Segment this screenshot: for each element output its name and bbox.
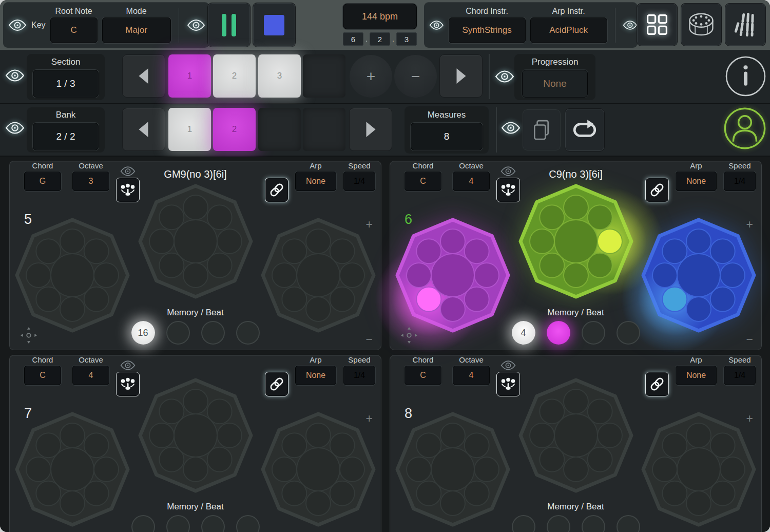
key-visibility-eye-icon[interactable] — [8, 20, 27, 31]
memory-beat-label: Memory / Beat — [167, 502, 224, 512]
strum-button[interactable] — [116, 178, 140, 202]
progression-select[interactable]: None — [522, 70, 588, 98]
memory-beat-circle[interactable]: 16 — [131, 321, 155, 345]
chord-select[interactable]: C — [405, 366, 441, 385]
root-note-select[interactable]: C — [50, 17, 98, 43]
link-button[interactable] — [265, 372, 288, 396]
transport-visibility-eye-icon[interactable] — [187, 20, 205, 31]
section-next-button[interactable] — [439, 54, 483, 98]
chord-instr-visibility-eye-icon[interactable] — [429, 20, 444, 31]
chord-label: Chord — [32, 355, 53, 364]
arp-select[interactable]: None — [295, 172, 336, 191]
memory-beat-circle[interactable] — [166, 515, 190, 532]
bank-prev-button[interactable] — [122, 108, 165, 151]
memory-beat-circle[interactable] — [617, 321, 640, 345]
memory-beat-circle[interactable] — [236, 321, 260, 345]
speed-select[interactable]: 1/4 — [343, 172, 375, 191]
section-pad-3[interactable]: 3 — [258, 54, 301, 98]
bank-pad-1[interactable]: 1 — [168, 108, 211, 151]
chord-select[interactable]: C — [24, 366, 61, 385]
strum-visibility-eye-icon[interactable] — [120, 360, 136, 370]
strum-button[interactable] — [116, 372, 140, 396]
arp-select[interactable]: None — [676, 366, 717, 385]
link-button[interactable] — [645, 372, 669, 396]
speed-select[interactable]: 1/4 — [724, 366, 756, 385]
memory-beat-circle[interactable] — [582, 321, 605, 345]
memory-beat-circle[interactable] — [236, 515, 260, 532]
arp-instrument-select[interactable]: AcidPluck — [530, 17, 607, 43]
memory-beat-circles — [131, 515, 260, 532]
root-note-control: Root Note C — [50, 7, 98, 43]
strum-visibility-eye-icon[interactable] — [500, 360, 516, 370]
copy-button[interactable] — [523, 109, 561, 150]
bank-visibility-eye-icon[interactable] — [5, 122, 25, 134]
memory-beat-circle[interactable] — [617, 515, 640, 532]
sticks-view-button[interactable] — [725, 3, 766, 46]
section-pad-1[interactable]: 1 — [168, 54, 211, 98]
bank-value[interactable]: 2 / 2 — [33, 123, 99, 150]
section-prev-button[interactable] — [122, 54, 165, 98]
section-add-button[interactable]: + — [350, 55, 392, 98]
bpm-display[interactable]: 144 bpm — [343, 4, 417, 29]
strum-button[interactable] — [496, 372, 520, 396]
expand-plus[interactable]: + — [746, 218, 753, 232]
expand-plus[interactable]: + — [366, 412, 373, 426]
memory-beat-circles: 16 — [131, 321, 260, 345]
pause-icon — [219, 13, 239, 37]
strum-button[interactable] — [496, 178, 520, 202]
pause-button[interactable] — [207, 3, 251, 47]
link-button[interactable] — [265, 178, 288, 202]
expand-plus[interactable]: + — [366, 218, 373, 232]
grid-view-button[interactable] — [637, 3, 678, 46]
memory-beat-circle[interactable] — [547, 321, 570, 345]
arp-label: Arp — [310, 161, 321, 170]
memory-beat-block: Memory / Beat 16 — [10, 308, 381, 345]
section-pad-2[interactable]: 2 — [213, 54, 256, 98]
measures-value[interactable]: 8 — [411, 123, 483, 150]
speed-select[interactable]: 1/4 — [724, 172, 756, 191]
memory-beat-circle[interactable] — [512, 515, 535, 532]
memory-beat-circle[interactable] — [547, 515, 570, 532]
bank-tools-visibility-eye-icon[interactable] — [501, 122, 521, 134]
memory-beat-circle[interactable] — [166, 321, 190, 345]
bank-counter: Bank 2 / 2 — [27, 107, 105, 153]
stop-button[interactable] — [253, 3, 296, 47]
memory-beat-circle[interactable] — [582, 515, 605, 532]
account-button[interactable] — [723, 105, 767, 153]
handpan-view-button[interactable] — [681, 3, 722, 46]
progression-control: Progression None — [514, 54, 595, 100]
info-button[interactable] — [725, 55, 766, 97]
octave-select[interactable]: 4 — [453, 366, 490, 385]
memory-beat-circle[interactable] — [201, 515, 225, 532]
views-visibility-eye-icon[interactable] — [623, 20, 638, 31]
expand-plus[interactable]: + — [746, 412, 753, 426]
speed-select[interactable]: 1/4 — [343, 366, 375, 385]
section-remove-button[interactable]: − — [394, 55, 437, 98]
bank-pad-3[interactable] — [258, 108, 301, 151]
mode-select[interactable]: Major — [102, 17, 171, 43]
measures-label: Measures — [428, 110, 466, 120]
link-icon — [268, 182, 285, 198]
bank-next-button[interactable] — [349, 108, 392, 151]
memory-beat-circle[interactable]: 4 — [512, 321, 535, 345]
link-button[interactable] — [645, 178, 669, 202]
arp-label: Arp — [310, 355, 321, 364]
section-pad-4[interactable] — [303, 54, 345, 98]
memory-beat-circle[interactable] — [201, 321, 225, 345]
section-visibility-eye-icon[interactable] — [5, 69, 25, 82]
loop-button[interactable] — [565, 108, 605, 151]
progression-visibility-eye-icon[interactable] — [495, 70, 514, 83]
chord-instrument-select[interactable]: SynthStrings — [449, 17, 526, 43]
memory-beat-circle[interactable] — [131, 515, 155, 532]
chord-slot-panel-7: Chord C Octave 4 Arp None — [9, 355, 381, 532]
link-icon — [649, 376, 665, 392]
app-window: Key Root Note C Mode Major 144 bpm 6 . 2 — [0, 0, 770, 532]
bank-pad-4[interactable] — [303, 108, 345, 151]
octave-select[interactable]: 4 — [72, 366, 109, 385]
arp-select[interactable]: None — [676, 172, 717, 191]
section-value[interactable]: 1 / 3 — [33, 70, 99, 98]
arp-select[interactable]: None — [295, 366, 336, 385]
root-note-label: Root Note — [55, 7, 92, 16]
triangle-right-icon — [364, 121, 377, 138]
bank-pad-2[interactable]: 2 — [213, 108, 256, 151]
